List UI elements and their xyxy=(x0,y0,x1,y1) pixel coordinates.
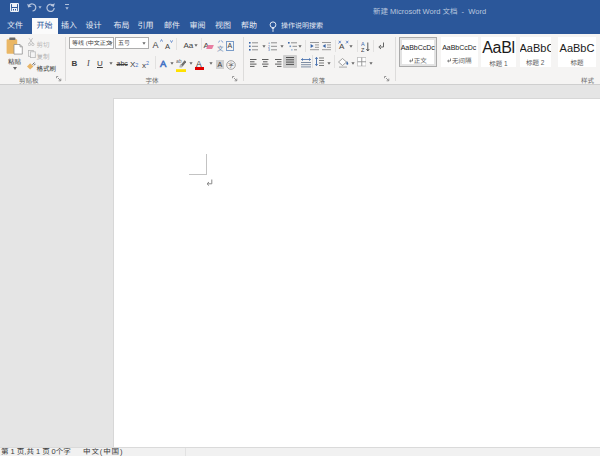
svg-text:字: 字 xyxy=(228,61,234,69)
svg-text:3: 3 xyxy=(268,48,270,51)
svg-text:ab: ab xyxy=(176,58,182,64)
svg-text:Z: Z xyxy=(361,47,365,53)
